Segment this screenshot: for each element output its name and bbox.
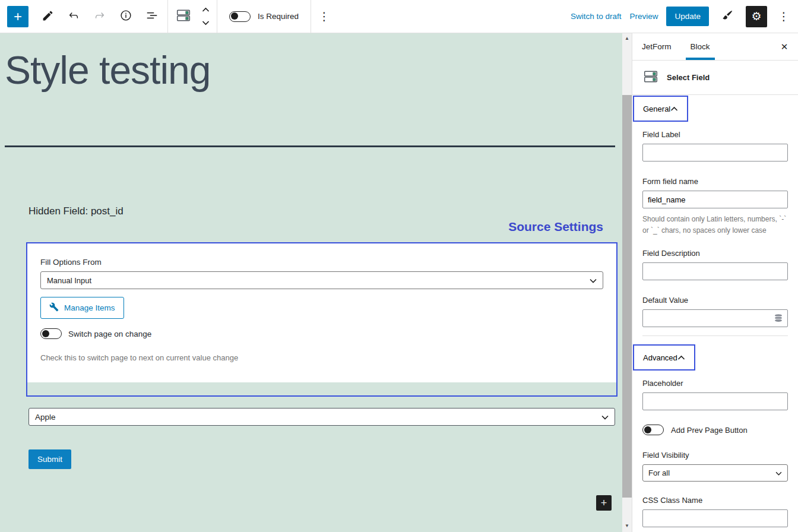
form-field-name-help: Should contain only Latin letters, numbe… — [642, 214, 788, 236]
switch-page-label: Switch page on change — [68, 330, 151, 338]
post-canvas: Style testing Hidden Field: post_id Sour… — [0, 33, 622, 532]
sidebar-tabs: JetForm Block ✕ — [632, 33, 798, 61]
default-value-input[interactable] — [642, 309, 788, 327]
switch-to-draft-button[interactable]: Switch to draft — [571, 12, 622, 21]
switch-page-control: Switch page on change — [40, 328, 603, 339]
add-prev-page-control: Add Prev Page Button — [642, 425, 788, 435]
chevron-up-icon — [202, 7, 210, 12]
tab-block[interactable]: Block — [681, 33, 720, 60]
wrench-icon — [49, 302, 59, 314]
redo-button[interactable] — [87, 4, 113, 30]
post-title[interactable]: Style testing — [5, 48, 211, 93]
block-mover — [197, 4, 214, 29]
database-icon[interactable] — [774, 314, 783, 325]
settings-sidebar: JetForm Block ✕ Select Field General Fie… — [632, 33, 798, 532]
placeholder-label: Placeholder — [642, 379, 788, 388]
manage-items-label: Manage Items — [64, 303, 115, 312]
pencil-icon — [42, 10, 54, 24]
styles-button[interactable] — [717, 4, 737, 30]
canvas-column: Style testing Hidden Field: post_id Sour… — [0, 33, 632, 532]
paintbrush-icon — [721, 9, 734, 24]
form-select-value: Apple — [35, 413, 56, 422]
gear-icon: ⚙ — [751, 10, 761, 23]
chevron-down-icon — [590, 276, 597, 285]
panel-general[interactable]: General — [633, 96, 688, 122]
fill-options-select[interactable]: Manual Input — [40, 271, 603, 289]
scroll-up-icon[interactable]: ▲ — [622, 36, 632, 41]
close-icon: ✕ — [781, 42, 788, 52]
toolbar-separator — [311, 0, 311, 33]
fill-options-label: Fill Options From — [40, 258, 603, 267]
select-field-block-icon — [643, 69, 658, 87]
move-up-button[interactable] — [197, 4, 214, 16]
submit-button[interactable]: Submit — [28, 449, 71, 469]
manage-items-button[interactable]: Manage Items — [40, 297, 124, 319]
block-card-title: Select Field — [667, 73, 710, 82]
more-vertical-icon: ⋮ — [778, 10, 790, 23]
field-label-input[interactable] — [642, 144, 788, 162]
tab-jetform[interactable]: JetForm — [632, 33, 681, 60]
field-visibility-select[interactable]: For all — [642, 464, 788, 482]
is-required-label: Is Required — [258, 12, 299, 21]
preview-button[interactable]: Preview — [629, 12, 658, 21]
is-required-toggle[interactable] — [229, 11, 251, 22]
add-prev-page-toggle[interactable] — [642, 425, 664, 435]
chevron-up-icon — [677, 353, 685, 362]
toolbar-separator — [167, 0, 168, 33]
select-field-block-button[interactable] — [170, 4, 197, 30]
update-button[interactable]: Update — [666, 7, 709, 26]
css-class-input[interactable] — [642, 509, 788, 527]
panel-advanced[interactable]: Advanced — [633, 344, 695, 370]
form-field-name-input[interactable] — [642, 191, 788, 208]
scrollbar-thumb[interactable] — [622, 95, 632, 498]
selected-select-field-block[interactable]: Fill Options From Manual Input Manage It… — [26, 242, 618, 397]
redo-icon — [93, 9, 106, 24]
chevron-down-icon — [775, 468, 782, 477]
panel-general-title: General — [643, 104, 670, 113]
field-visibility-value: For all — [648, 468, 670, 477]
field-visibility-label: Field Visibility — [642, 451, 788, 460]
settings-button[interactable]: ⚙ — [746, 6, 767, 27]
fill-options-value: Manual Input — [47, 276, 91, 285]
placeholder-input[interactable] — [642, 392, 788, 410]
field-description-label: Field Description — [642, 249, 788, 258]
block-options-button[interactable]: ⋮ — [314, 4, 335, 30]
advanced-panel-fields: Placeholder Add Prev Page Button Field V… — [632, 371, 798, 532]
general-panel-fields: Field Label Form field name Should conta… — [632, 122, 798, 344]
list-view-button[interactable] — [139, 4, 165, 30]
more-vertical-icon: ⋮ — [319, 10, 330, 23]
undo-button[interactable] — [61, 4, 87, 30]
panel-advanced-title: Advanced — [643, 353, 677, 362]
edit-mode-pencil-button[interactable] — [34, 4, 61, 30]
separator-block[interactable] — [5, 145, 615, 147]
details-button[interactable] — [113, 4, 139, 30]
close-sidebar-button[interactable]: ✕ — [771, 33, 798, 60]
is-required-control: Is Required — [220, 11, 308, 22]
select-field-block-icon — [176, 8, 191, 25]
append-block-button[interactable]: + — [596, 495, 612, 511]
field-label-label: Field Label — [642, 130, 788, 139]
move-down-button[interactable] — [197, 17, 214, 29]
switch-page-help-text: Check this to switch page to next on cur… — [40, 353, 603, 362]
source-settings-heading: Source Settings — [508, 220, 603, 234]
field-description-input[interactable] — [642, 262, 788, 280]
canvas-scrollbar[interactable]: ▲ ▼ — [622, 33, 632, 532]
list-view-icon — [145, 9, 159, 24]
form-select-field[interactable]: Apple — [28, 408, 615, 426]
editor-options-button[interactable]: ⋮ — [775, 4, 792, 30]
block-inserter-button[interactable]: + — [7, 6, 28, 27]
hidden-field-block[interactable]: Hidden Field: post_id — [28, 205, 124, 217]
add-prev-page-label: Add Prev Page Button — [671, 426, 748, 435]
top-bar-left: + — [0, 0, 335, 33]
css-class-label: CSS Class Name — [642, 496, 788, 505]
source-settings-panel: Fill Options From Manual Input Manage It… — [27, 243, 616, 382]
chevron-up-icon — [670, 104, 678, 113]
scroll-down-icon[interactable]: ▼ — [622, 523, 632, 528]
form-field-name-label: Form field name — [642, 177, 788, 186]
switch-page-toggle[interactable] — [40, 328, 62, 339]
editor-main: Style testing Hidden Field: post_id Sour… — [0, 33, 798, 532]
editor-top-bar: + — [0, 0, 798, 33]
chevron-down-icon — [601, 413, 609, 422]
block-card: Select Field — [632, 61, 798, 95]
info-icon — [119, 9, 132, 24]
